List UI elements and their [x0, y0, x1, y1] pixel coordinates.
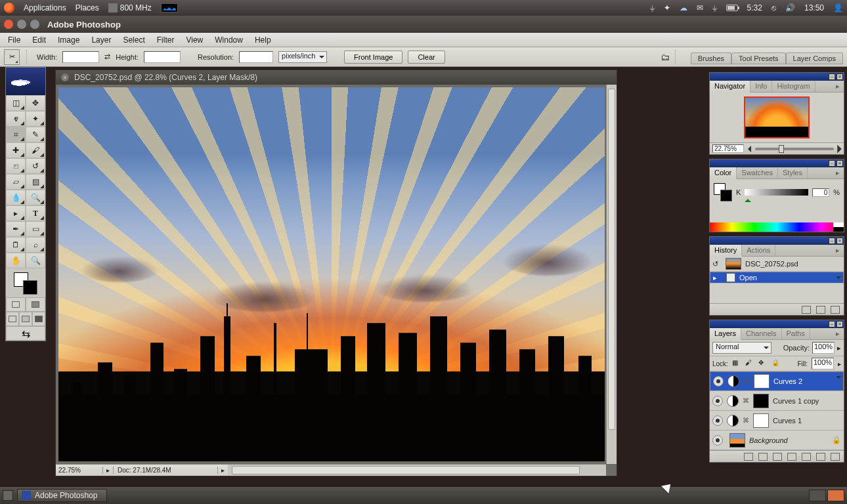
current-tool-crop-icon[interactable]: ✂: [4, 49, 20, 65]
mask-link-icon[interactable]: ⌘: [743, 397, 749, 404]
lock-transparency-icon[interactable]: ▦: [732, 359, 741, 368]
panel-titlebar[interactable]: –×: [710, 320, 844, 328]
volume-icon[interactable]: 🔊: [785, 3, 795, 12]
panel-close-icon[interactable]: ×: [836, 160, 843, 167]
panel-menu-icon[interactable]: ▸: [832, 245, 844, 256]
visibility-toggle-icon[interactable]: [712, 415, 723, 426]
horizontal-scrollbar[interactable]: [228, 464, 606, 476]
mask-link-icon[interactable]: ⌘: [743, 417, 749, 424]
tool-type[interactable]: T: [26, 205, 45, 221]
visibility-toggle-icon[interactable]: [713, 376, 724, 387]
menu-select[interactable]: Select: [118, 34, 150, 46]
swap-wh-icon[interactable]: ⇄: [104, 52, 110, 61]
workspace-1[interactable]: [809, 490, 826, 501]
mask-link-icon[interactable]: ⌘: [743, 378, 750, 385]
layer-row[interactable]: ⌘ Curves 1: [710, 411, 844, 430]
tool-stamp[interactable]: ⏍: [6, 158, 26, 174]
front-image-button[interactable]: Front Image: [344, 51, 402, 64]
tool-blur[interactable]: 💧: [6, 190, 26, 205]
menu-image[interactable]: Image: [53, 34, 85, 46]
tool-marquee[interactable]: ◫: [6, 95, 26, 111]
status-doc-size[interactable]: Doc: 27.1M/28.4M: [114, 467, 217, 474]
show-desktop-button[interactable]: [3, 490, 13, 501]
menu-filter[interactable]: Filter: [152, 34, 180, 46]
screen-full-menubar[interactable]: [19, 312, 32, 326]
tab-layers[interactable]: Layers: [710, 328, 741, 340]
tab-brushes[interactable]: Brushes: [691, 52, 731, 64]
screen-full[interactable]: [32, 312, 45, 326]
navigator-thumbnail[interactable]: [744, 96, 810, 138]
resolution-unit-select[interactable]: pixels/inch: [278, 51, 327, 63]
height-input[interactable]: [144, 51, 181, 63]
weather-icon[interactable]: ☁: [680, 3, 687, 12]
menu-file[interactable]: File: [3, 34, 26, 46]
tool-path-select[interactable]: ▸: [6, 205, 26, 221]
resolution-input[interactable]: [239, 51, 273, 63]
tool-magic-wand[interactable]: ✦: [26, 111, 45, 127]
delete-state-icon[interactable]: [831, 306, 840, 314]
tab-styles[interactable]: Styles: [778, 167, 808, 178]
clock[interactable]: 13:50: [804, 3, 824, 12]
foreground-background-swatches[interactable]: [6, 268, 45, 297]
layer-row[interactable]: ⌘ Curves 2: [710, 371, 844, 391]
document-titlebar[interactable]: × DSC_20752.psd @ 22.8% (Curves 2, Layer…: [56, 70, 617, 85]
layer-mask-thumbnail[interactable]: [753, 413, 769, 428]
workspace-2[interactable]: [827, 490, 844, 501]
window-minimize-button[interactable]: [17, 20, 26, 29]
group-icon[interactable]: [802, 453, 811, 461]
dropbox-icon[interactable]: ✦: [664, 3, 670, 12]
panel-menu-icon[interactable]: ▸: [832, 328, 844, 339]
layer-thumbnail[interactable]: [729, 433, 745, 448]
network-wifi-icon[interactable]: ⏚: [650, 3, 655, 12]
taskbar-app-button[interactable]: Adobe Photoshop: [17, 489, 107, 502]
menu-help[interactable]: Help: [250, 34, 276, 46]
edit-quickmask-mode[interactable]: [26, 297, 45, 312]
lock-all-icon[interactable]: 🔒: [771, 359, 781, 368]
layer-name[interactable]: Curves 1: [773, 417, 802, 425]
k-slider[interactable]: [745, 189, 808, 196]
tab-channels[interactable]: Channels: [741, 328, 781, 339]
canvas-viewport[interactable]: [56, 85, 606, 464]
battery-icon[interactable]: [726, 5, 738, 11]
menu-edit[interactable]: Edit: [27, 34, 51, 46]
history-snapshot-row[interactable]: ↺ DSC_20752.psd: [710, 257, 844, 272]
panel-minimize-icon[interactable]: –: [829, 74, 835, 80]
toolbox-header[interactable]: [6, 68, 45, 95]
tool-move[interactable]: ✥: [26, 95, 45, 111]
k-value-input[interactable]: 0: [812, 188, 829, 197]
layer-mask-thumbnail[interactable]: [754, 374, 770, 388]
tool-dodge[interactable]: 🔍: [26, 190, 45, 205]
layer-row[interactable]: Background 🔒: [710, 430, 844, 450]
tool-shape[interactable]: ▭: [26, 221, 45, 237]
panel-titlebar[interactable]: –×: [710, 159, 844, 167]
navigator-zoom-field[interactable]: 22.75%: [712, 144, 744, 153]
jump-to-imageready[interactable]: ⇆: [6, 326, 45, 341]
tab-histogram[interactable]: Histogram: [772, 81, 815, 92]
image-canvas[interactable]: [58, 87, 605, 461]
tab-layer-comps[interactable]: Layer Comps: [786, 52, 843, 64]
color-spectrum[interactable]: [710, 222, 844, 232]
navigator-zoom-slider[interactable]: [755, 148, 834, 150]
layer-name[interactable]: Background: [749, 436, 788, 444]
cpu-freq-applet[interactable]: 800 MHz: [108, 3, 152, 12]
visibility-toggle-icon[interactable]: [712, 396, 723, 406]
tool-eyedropper[interactable]: ⌕: [26, 237, 45, 253]
history-state-row[interactable]: ▸ Open: [710, 272, 844, 284]
bluetooth-icon[interactable]: ⎋: [771, 3, 776, 12]
width-input[interactable]: [62, 51, 99, 63]
tool-zoom[interactable]: 🔍: [26, 253, 45, 268]
lock-pixels-icon[interactable]: 🖌: [745, 359, 754, 368]
blend-mode-select[interactable]: Normal: [712, 342, 771, 354]
new-layer-icon[interactable]: [816, 453, 825, 461]
color-swatch-pair[interactable]: [714, 183, 732, 201]
tab-info[interactable]: Info: [750, 81, 772, 92]
tool-healing[interactable]: ✚: [6, 142, 26, 158]
tool-crop[interactable]: ⌗: [6, 127, 26, 142]
history-brush-source-icon[interactable]: ↺: [712, 260, 722, 268]
panel-minimize-icon[interactable]: –: [829, 238, 835, 244]
places-menu[interactable]: Places: [76, 3, 99, 12]
zoom-in-icon[interactable]: [837, 144, 842, 153]
tool-history-brush[interactable]: ↺: [26, 158, 45, 174]
layer-style-icon[interactable]: [758, 453, 768, 461]
background-color[interactable]: [23, 280, 37, 295]
